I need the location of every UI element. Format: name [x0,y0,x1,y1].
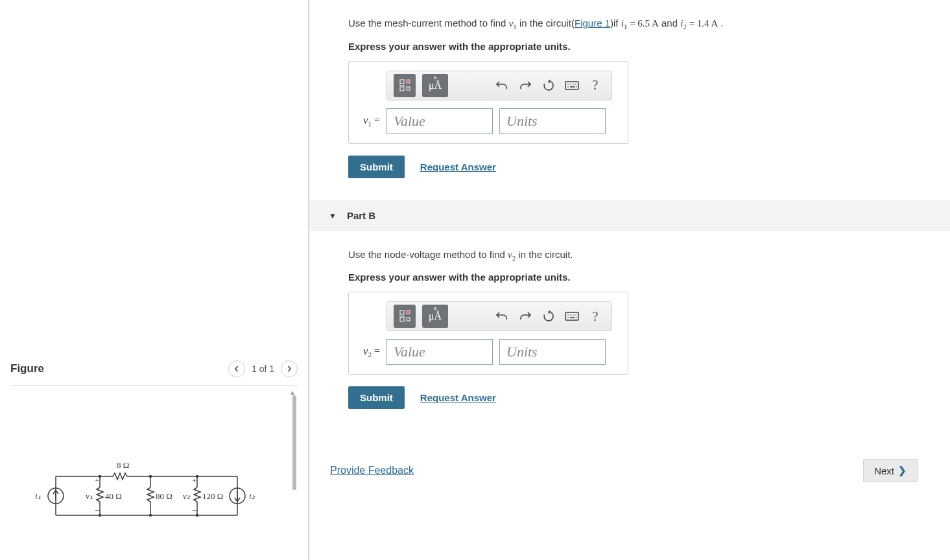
figure-scrollbar[interactable]: ▴ [291,390,298,560]
units-picker-button[interactable]: μÅ [422,74,448,97]
svg-point-18 [567,84,569,85]
svg-point-21 [575,84,576,85]
undo-icon [495,80,508,91]
answer-variable-label: v1 = [355,115,380,128]
help-button[interactable]: ? [586,76,605,95]
reset-icon [542,79,555,92]
svg-rect-36 [570,317,575,318]
fraction-icon [398,309,411,323]
reset-button[interactable] [539,307,558,326]
redo-icon [519,80,532,91]
svg-text:+: + [95,476,99,485]
reset-button[interactable] [539,76,558,95]
svg-point-34 [575,314,576,316]
figure-next-button[interactable] [281,360,298,377]
svg-point-20 [573,84,574,85]
svg-rect-23 [570,86,575,88]
chevron-left-icon [233,366,240,372]
units-input[interactable] [499,108,606,134]
svg-point-24 [576,86,577,88]
svg-rect-16 [407,87,410,90]
svg-point-19 [570,84,571,85]
svg-point-37 [576,317,577,318]
part-a-body: Use the mesh-current method to find v1 i… [309,0,950,185]
svg-rect-29 [407,318,410,321]
part-b-header[interactable]: ▼ Part B [309,200,950,231]
equation-toolbar: μÅ [386,301,612,331]
answer-input-row: v1 = [355,108,621,134]
r40-label: 40 Ω [105,491,122,501]
svg-rect-30 [565,312,578,320]
keyboard-button[interactable] [562,76,582,95]
footer-row: Provide Feedback Next ❯ [309,459,950,482]
part-a-answer-widget: μÅ [348,61,628,144]
figure-counter: 1 of 1 [252,364,274,374]
svg-point-3 [149,475,152,478]
svg-rect-15 [407,80,410,83]
question-panel: Use the mesh-current method to find v1 i… [309,0,950,560]
scrollbar-thumb[interactable] [292,395,296,490]
svg-point-33 [573,314,574,316]
help-button[interactable]: ? [586,307,605,326]
part-a-express: Express your answer with the appropriate… [348,41,950,52]
r-top-label: 8 Ω [117,460,129,470]
redo-icon [519,310,532,322]
keyboard-button[interactable] [562,307,582,326]
circuit-diagram: 8 Ω i₁ i₂ + − + − v₁ 40 Ω 80 Ω v₂ 120 Ω [30,454,263,531]
equation-toolbar: μÅ [386,71,612,100]
next-button[interactable]: Next ❯ [863,459,918,482]
svg-text:+: + [192,476,196,485]
part-b-prompt: Use the node-voltage method to find v2 i… [348,247,950,264]
redo-button[interactable] [516,307,535,326]
r120-label: 120 Ω [202,491,223,501]
i1-label: i₁ [35,491,41,501]
caret-down-icon: ▼ [329,211,337,220]
figure-prev-button[interactable] [228,360,245,377]
undo-icon [495,310,508,322]
units-button-label: μÅ [429,80,442,91]
fraction-icon [398,78,411,93]
svg-point-32 [570,314,571,316]
svg-rect-28 [407,310,410,314]
undo-button[interactable] [492,307,512,326]
value-input[interactable] [386,339,493,365]
svg-rect-12 [400,80,404,84]
provide-feedback-link[interactable]: Provide Feedback [330,465,414,476]
fraction-template-button[interactable] [396,76,414,95]
request-answer-link[interactable]: Request Answer [420,392,496,403]
figure-panel: Figure 1 of 1 ▴ [0,0,309,560]
v2-label: v₂ [183,491,191,501]
svg-point-22 [567,86,569,88]
submit-button[interactable]: Submit [348,386,405,409]
ring-icon [434,307,436,310]
r80-label: 80 Ω [156,491,172,501]
reset-icon [542,310,555,323]
figure-link[interactable]: Figure 1 [575,18,610,29]
answer-variable-label: v2 = [355,345,380,358]
chevron-right-icon: ❯ [898,465,907,476]
request-answer-link[interactable]: Request Answer [420,161,496,172]
part-b-answer-widget: μÅ [348,292,628,375]
v1-label: v₁ [86,491,93,501]
svg-rect-26 [400,318,404,321]
fraction-template-button[interactable] [396,307,414,326]
part-a-actions: Submit Request Answer [348,156,950,178]
undo-button[interactable] [492,76,512,95]
keyboard-icon [565,81,579,90]
part-b-actions: Submit Request Answer [348,386,950,409]
figure-pager: 1 of 1 [228,360,298,377]
answer-input-row: v2 = [355,339,621,365]
svg-text:−: − [95,506,99,515]
figure-title: Figure [10,362,44,375]
part-b-title: Part B [347,210,375,221]
units-button-label: μÅ [429,310,442,322]
part-a-prompt: Use the mesh-current method to find v1 i… [348,16,950,33]
submit-button[interactable]: Submit [348,156,405,178]
value-input[interactable] [386,108,493,134]
units-input[interactable] [499,339,606,365]
i2-label: i₂ [249,491,255,501]
units-picker-button[interactable]: μÅ [422,305,448,328]
svg-text:−: − [192,506,196,515]
redo-button[interactable] [516,76,535,95]
svg-rect-25 [400,310,404,314]
